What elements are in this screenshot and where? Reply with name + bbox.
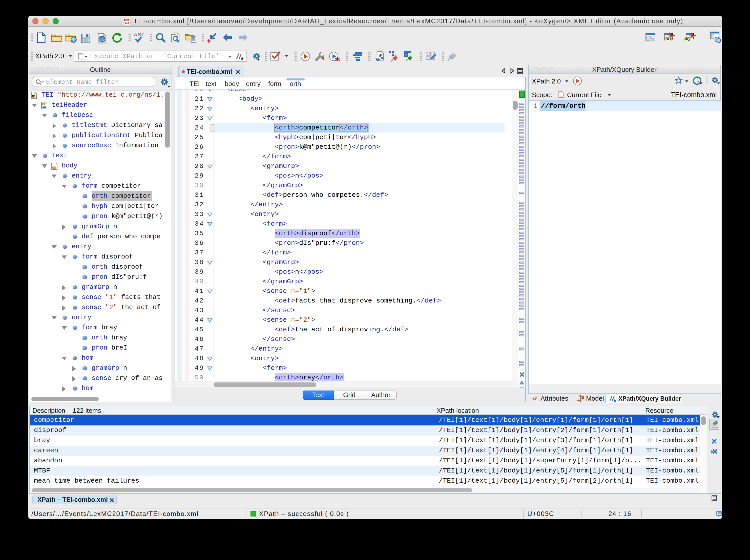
svg-text:<●>: <●>	[124, 21, 130, 24]
svg-text:XSLT: XSLT	[664, 37, 672, 41]
svg-text:XML: XML	[125, 19, 129, 21]
svg-text:ABC: ABC	[134, 32, 144, 37]
svg-text:TEI: TEI	[32, 95, 35, 98]
svg-text:XQ: XQ	[685, 37, 690, 41]
